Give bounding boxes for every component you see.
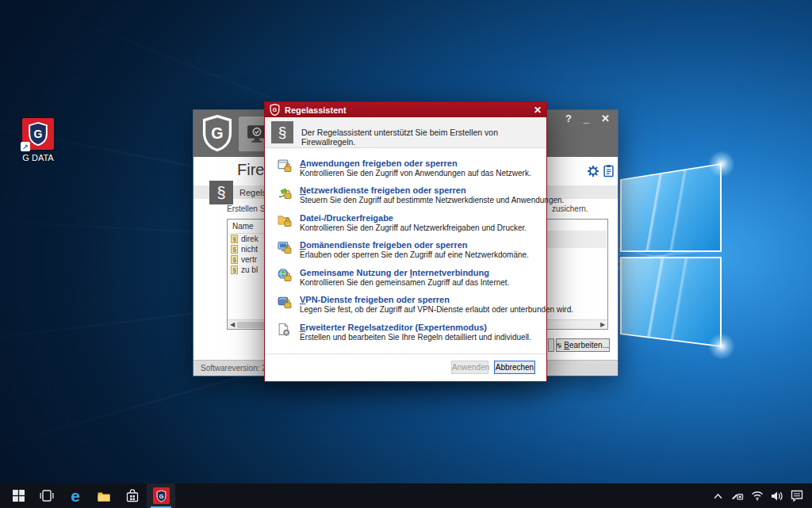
shortcut-arrow-icon: ↗ xyxy=(21,142,30,151)
edge-icon: e xyxy=(71,487,80,504)
dialog-title: Regelassistent xyxy=(285,105,347,115)
logo-glow xyxy=(708,151,735,178)
desktop-shortcut-gdata[interactable]: G ↗ G DATA xyxy=(11,118,65,162)
gdata-shield-icon: G xyxy=(153,487,170,504)
close-button[interactable]: ✕ xyxy=(601,113,610,124)
volume-icon[interactable] xyxy=(771,490,783,502)
desktop: G ↗ G DATA G xyxy=(0,0,812,508)
desktop-shortcut-label: G DATA xyxy=(11,153,65,162)
domain-computer-lock-icon xyxy=(278,240,292,258)
globe-lock-icon xyxy=(278,268,292,285)
start-button[interactable] xyxy=(4,483,33,508)
network-plug-lock-icon xyxy=(278,185,292,203)
hidden-icons-chevron[interactable] xyxy=(711,490,724,502)
close-icon[interactable]: ✕ xyxy=(534,105,542,116)
uac-shield-icon xyxy=(557,341,561,350)
rulesets-description-right: zusichern. xyxy=(552,204,588,213)
hidden-button-edge xyxy=(548,338,554,352)
dialog-titlebar[interactable]: G Regelassistent ✕ xyxy=(265,102,546,117)
vpn-lock-icon xyxy=(278,295,292,312)
svg-text:G: G xyxy=(159,493,163,498)
gdata-shield-icon: G xyxy=(270,104,280,116)
gdata-logo-shield-icon: G xyxy=(201,115,234,155)
cancel-button[interactable]: Abbrechen xyxy=(494,361,535,374)
store-icon xyxy=(126,489,139,502)
help-button[interactable]: ? xyxy=(565,113,572,124)
app-window-lock-icon xyxy=(278,159,292,176)
file-explorer-button[interactable] xyxy=(90,483,118,508)
scroll-left-icon[interactable]: ◀ xyxy=(228,321,237,328)
rulesets-description-left: Erstellen S xyxy=(227,204,265,213)
windows-logo-pane-bottom xyxy=(620,257,722,347)
edge-button[interactable]: e xyxy=(61,483,90,508)
svg-text:G: G xyxy=(34,128,43,140)
protocol-clipboard-icon[interactable] xyxy=(603,164,614,181)
windows-start-icon xyxy=(13,490,25,502)
dialog-intro-text: Der Regelassistent unterstützt Sie beim … xyxy=(301,128,546,147)
task-view-icon xyxy=(40,490,54,502)
svg-text:G: G xyxy=(273,107,277,113)
dialog-intro: § Der Regelassistent unterstützt Sie bei… xyxy=(265,117,546,148)
store-button[interactable] xyxy=(118,483,147,508)
paragraph-icon: § xyxy=(231,255,238,264)
rule-assistant-dialog: G Regelassistent ✕ § Der Regelassistent … xyxy=(264,101,547,382)
rulesets-tab-icon[interactable]: § xyxy=(209,181,233,204)
paragraph-section-icon: § xyxy=(271,121,293,143)
scroll-right-icon[interactable]: ▶ xyxy=(598,321,607,328)
wifi-icon[interactable] xyxy=(751,490,764,502)
gdata-shield-icon: G ↗ xyxy=(22,118,54,150)
apply-button: Anwenden xyxy=(451,361,488,374)
svg-text:G: G xyxy=(211,124,223,142)
paragraph-icon: § xyxy=(231,265,238,274)
logo-glow xyxy=(708,333,735,360)
settings-gear-icon[interactable] xyxy=(587,165,599,181)
folder-icon xyxy=(97,491,111,502)
dialog-footer: Anwenden Abbrechen xyxy=(265,353,546,381)
action-center-icon[interactable] xyxy=(791,490,803,502)
gdata-taskbar-button[interactable]: G xyxy=(147,483,175,508)
paragraph-icon: § xyxy=(231,235,238,243)
paragraph-icon: § xyxy=(231,245,238,254)
pen-input-x-icon[interactable] xyxy=(731,490,744,502)
edit-button[interactable]: Bearbeiten... xyxy=(556,338,610,352)
folder-lock-icon xyxy=(278,213,292,231)
task-view-button[interactable] xyxy=(33,483,61,508)
document-gear-icon xyxy=(278,323,292,340)
taskbar: e G xyxy=(0,483,812,508)
minimize-button[interactable]: _ xyxy=(584,113,589,124)
